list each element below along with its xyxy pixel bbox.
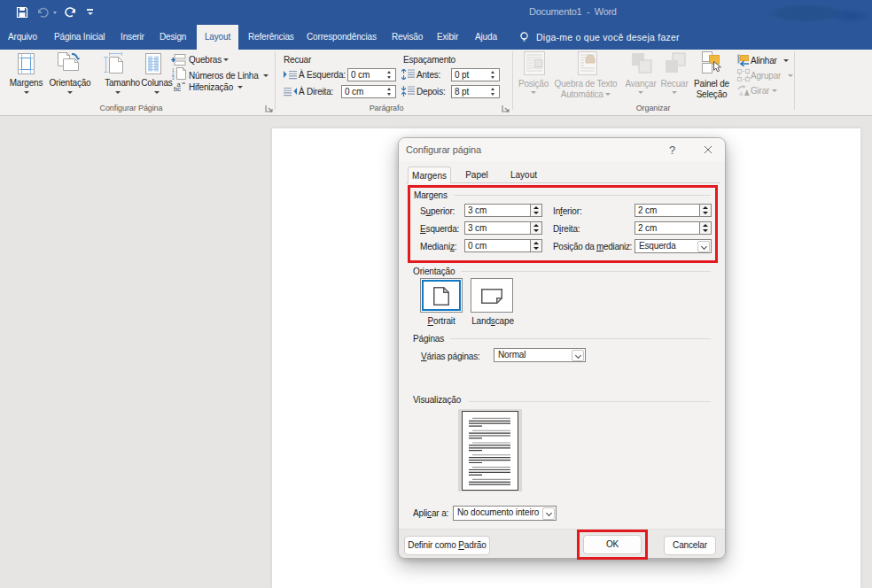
svg-text:3: 3 — [172, 76, 175, 80]
svg-text:bc: bc — [174, 85, 181, 91]
